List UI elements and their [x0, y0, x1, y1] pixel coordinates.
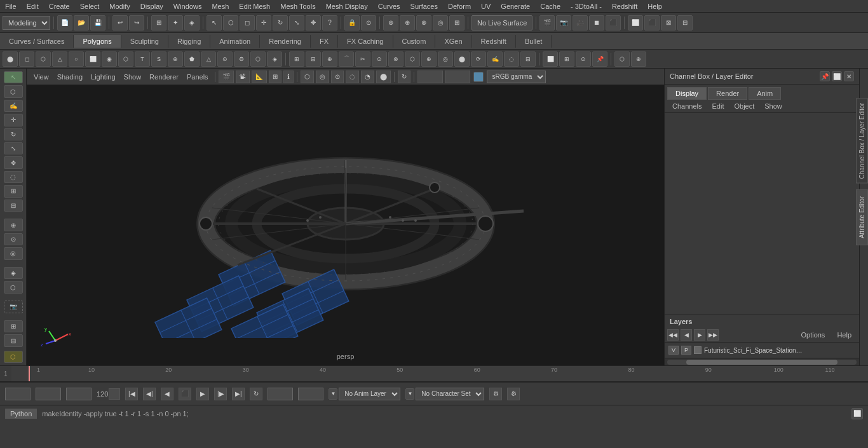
highlight-btn[interactable]: ⊙	[361, 15, 376, 31]
goto-start-btn[interactable]: |◀	[125, 388, 138, 400]
layers-scrollbar[interactable]	[665, 358, 859, 365]
end-frame-box[interactable]	[109, 388, 120, 400]
cam-btn2[interactable]: ⊕	[400, 15, 415, 31]
lasso-mode-btn[interactable]: ⬡	[4, 85, 23, 97]
mirror-btn[interactable]: ⊟	[520, 51, 536, 67]
snap-btn2[interactable]: ✦	[168, 15, 183, 31]
soccer-btn[interactable]: ⬡	[250, 51, 266, 67]
layer-fwd-btn[interactable]: ▶	[694, 329, 705, 341]
cam-btn4[interactable]: ◎	[433, 15, 448, 31]
extrude-btn[interactable]: ⊞	[289, 51, 304, 67]
snap-btn1[interactable]: ⊞	[151, 15, 166, 31]
tab-rendering[interactable]: Rendering	[260, 35, 311, 48]
menu-edit[interactable]: Edit	[22, 1, 44, 11]
layout-btn4[interactable]: ⊟	[677, 15, 693, 31]
tab-fx-caching[interactable]: FX Caching	[338, 35, 393, 48]
current-frame-input[interactable]: 1	[5, 388, 31, 400]
menu-generate[interactable]: Generate	[496, 1, 535, 11]
cam-btn5[interactable]: ⊞	[449, 15, 465, 31]
sculpt-btn2[interactable]: ◈	[4, 267, 23, 279]
layer-row[interactable]: V P Futuristic_Sci_Fi_Space_Station_001_…	[665, 344, 859, 356]
uv-unfold-btn[interactable]: ⬜	[543, 51, 558, 67]
detach-btn[interactable]: ⊗	[388, 51, 403, 67]
tab-curves-surfaces[interactable]: Curves / Surfaces	[0, 35, 74, 48]
goto-end-btn[interactable]: ▶|	[232, 388, 245, 400]
object-menu[interactable]: Object	[729, 101, 759, 111]
snap-btn3[interactable]: ◈	[184, 15, 200, 31]
render-tab[interactable]: Render	[708, 87, 747, 100]
scroll-thumb[interactable]	[686, 360, 837, 365]
menu-edit-mesh[interactable]: Edit Mesh	[234, 1, 275, 11]
layer-visibility[interactable]: V	[668, 346, 679, 355]
snap-point-btn[interactable]: ◎	[4, 247, 23, 259]
select-mode-btn[interactable]: ↖	[4, 71, 23, 83]
menu-cache[interactable]: Cache	[535, 1, 566, 11]
layers-help-menu[interactable]: Help	[832, 330, 857, 340]
split-btn[interactable]: ✂	[355, 51, 370, 67]
render-btn1[interactable]: 🎬	[539, 15, 555, 31]
append-btn[interactable]: ⊕	[322, 51, 337, 67]
max-frame-input[interactable]: 120	[268, 388, 293, 400]
anim-layer-dropdown[interactable]: ▼	[329, 388, 337, 400]
layout-btn2[interactable]: ⬛	[644, 15, 660, 31]
tab-redshift[interactable]: Redshift	[472, 35, 516, 48]
transfer-btn[interactable]: ⟳	[471, 51, 486, 67]
vp-shading-btn2[interactable]: ◎	[316, 71, 329, 83]
paint-tool[interactable]: ◻	[240, 15, 255, 31]
camera-btn[interactable]: 📷	[4, 301, 23, 313]
type-btn[interactable]: T	[135, 51, 150, 67]
edit-menu[interactable]: Edit	[707, 101, 729, 111]
vp-show-menu[interactable]: Show	[121, 73, 145, 81]
plane-btn[interactable]: ⬜	[85, 51, 100, 67]
menu-curves[interactable]: Curves	[373, 1, 405, 11]
pipe-btn[interactable]: ⊙	[217, 51, 233, 67]
timeline[interactable]: 1 1 10 20 30 40 50 60 70 80 90 100 110	[0, 365, 868, 382]
redo-btn[interactable]: ↪	[129, 15, 144, 31]
menu-3dtall[interactable]: - 3DtoAll -	[566, 1, 607, 11]
cube-btn[interactable]: ◻	[19, 51, 34, 67]
settings-btn2[interactable]: ⚙	[507, 388, 520, 400]
avg-btn[interactable]: ⬤	[454, 51, 470, 67]
play-back-btn[interactable]: ◀	[161, 388, 173, 400]
sculpt-btn3[interactable]: ⬡	[4, 281, 23, 293]
render-btn5[interactable]: ⬛	[606, 15, 621, 31]
tab-bullet[interactable]: Bullet	[516, 35, 552, 48]
super-btn[interactable]: ◈	[267, 51, 282, 67]
open-file-btn[interactable]: 📂	[74, 15, 89, 31]
universal-mode-btn[interactable]: ✥	[4, 156, 23, 168]
char-set-select[interactable]: No Character Set	[416, 388, 484, 400]
prism-btn[interactable]: ⬟	[184, 51, 200, 67]
vp-shading-btn3[interactable]: ⊙	[331, 71, 344, 83]
python-tab[interactable]: Python	[5, 409, 37, 419]
channel-box-tab[interactable]: Channel Box / Layer Editor	[856, 98, 868, 184]
render-btn3[interactable]: 🎥	[573, 15, 588, 31]
channels-menu[interactable]: Channels	[667, 101, 707, 111]
cone-btn[interactable]: △	[52, 51, 67, 67]
render-btn4[interactable]: ⏹	[589, 15, 604, 31]
tab-animation[interactable]: Animation	[210, 35, 260, 48]
uv-edit-btn[interactable]: ⊙	[576, 51, 591, 67]
gear-btn[interactable]: ⚙	[234, 51, 249, 67]
mode-select[interactable]: Modeling	[3, 16, 50, 30]
loop-btn[interactable]: ↻	[250, 388, 262, 400]
select-tool[interactable]: ↖	[207, 15, 222, 31]
step-back-btn[interactable]: ◀|	[143, 388, 156, 400]
render-btn2[interactable]: 📷	[556, 15, 571, 31]
extract-btn[interactable]: ⬡	[405, 51, 420, 67]
sphere-btn[interactable]: ⬤	[3, 51, 18, 67]
layout-btn3[interactable]: ⊠	[661, 15, 676, 31]
menu-redshift[interactable]: Redshift	[607, 1, 642, 11]
helix-btn[interactable]: ⊕	[168, 51, 183, 67]
lock-btn[interactable]: 🔒	[344, 15, 360, 31]
cam-btn1[interactable]: ⊛	[383, 15, 398, 31]
menu-mesh-display[interactable]: Mesh Display	[321, 1, 373, 11]
universal-tool[interactable]: ✥	[306, 15, 321, 31]
menu-deform[interactable]: Deform	[443, 1, 476, 11]
settings-btn1[interactable]: ⚙	[489, 388, 502, 400]
move-mode-btn[interactable]: ✛	[4, 114, 23, 126]
sculpt-btn[interactable]: ◌	[504, 51, 519, 67]
menu-uv[interactable]: UV	[476, 1, 496, 11]
tab-polygons[interactable]: Polygons	[74, 35, 121, 48]
show-menu[interactable]: Show	[759, 101, 787, 111]
cylinder-btn[interactable]: ⬡	[36, 51, 51, 67]
